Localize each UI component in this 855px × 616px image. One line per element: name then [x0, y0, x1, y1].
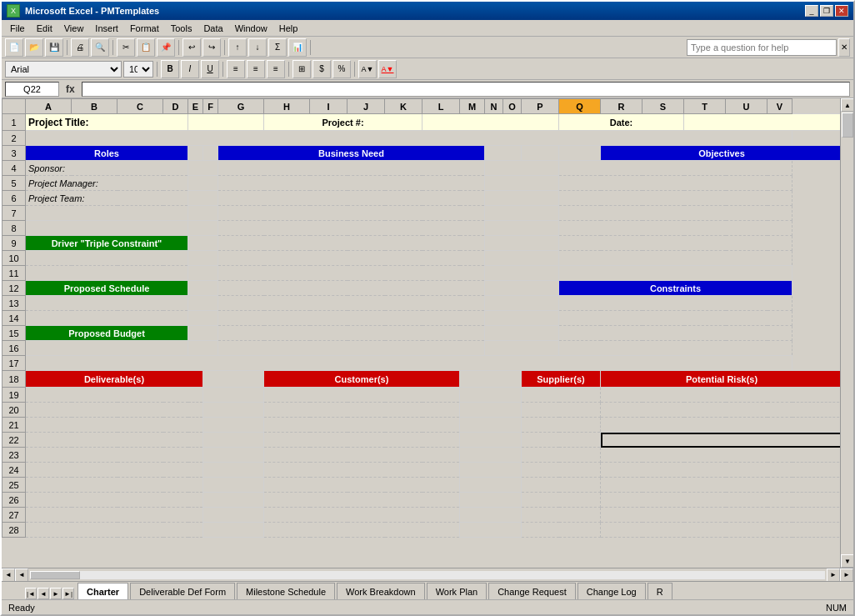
- menu-format[interactable]: Format: [125, 23, 164, 34]
- cell-constraints-14[interactable]: [559, 311, 792, 326]
- cell-deliv-23[interactable]: [26, 448, 203, 463]
- hscroll-right[interactable]: ►: [840, 568, 853, 582]
- cell-business-15[interactable]: [218, 326, 485, 341]
- cell-customers-header[interactable]: Customer(s): [264, 371, 460, 388]
- cell-business-8[interactable]: [218, 221, 485, 236]
- cell-L1[interactable]: [422, 114, 559, 131]
- tab-deliverable[interactable]: Deliverable Def Form: [130, 583, 235, 599]
- cell-business-11[interactable]: [218, 266, 485, 281]
- cell-deliv-28[interactable]: [26, 523, 203, 538]
- cell-A13[interactable]: [26, 296, 188, 311]
- cell-supp-20[interactable]: [522, 403, 601, 418]
- menu-insert[interactable]: Insert: [90, 23, 123, 34]
- formula-input[interactable]: [82, 82, 850, 97]
- cell-business-16[interactable]: [218, 341, 485, 356]
- cell-objectives-5[interactable]: [559, 176, 792, 191]
- merge-button[interactable]: ⊞: [292, 60, 311, 78]
- italic-button[interactable]: I: [181, 60, 199, 78]
- cell-business-10[interactable]: [218, 251, 485, 266]
- open-button[interactable]: 📂: [25, 38, 43, 57]
- cell-cust-28[interactable]: [264, 523, 460, 538]
- cell-H1[interactable]: Project #:: [264, 114, 422, 131]
- col-header-F[interactable]: F: [203, 99, 218, 114]
- font-selector[interactable]: Arial: [5, 61, 122, 78]
- cell-objectives-7[interactable]: [559, 206, 792, 221]
- tab-nav-last[interactable]: ►|: [62, 588, 74, 599]
- hscroll-left2[interactable]: ◄: [15, 568, 28, 582]
- cell-business-13[interactable]: [218, 296, 485, 311]
- cell-risk-19[interactable]: [601, 388, 843, 403]
- cell-risk-26[interactable]: [601, 493, 843, 508]
- currency-button[interactable]: $: [312, 60, 331, 78]
- col-header-K[interactable]: K: [385, 99, 422, 114]
- col-header-L[interactable]: L: [422, 99, 460, 114]
- cell-deliverables-header[interactable]: Deliverable(s): [26, 371, 203, 388]
- chart-button[interactable]: 📊: [288, 38, 307, 57]
- col-header-J[interactable]: J: [348, 99, 385, 114]
- align-center-button[interactable]: ≡: [247, 60, 265, 78]
- cell-driver[interactable]: Driver "Triple Constraint": [26, 236, 188, 251]
- paste-button[interactable]: 📌: [157, 38, 175, 57]
- cell-cust-19[interactable]: [264, 388, 460, 403]
- cell-supp-24[interactable]: [522, 463, 601, 478]
- col-header-N[interactable]: N: [485, 99, 503, 114]
- percent-button[interactable]: %: [332, 60, 351, 78]
- window-controls[interactable]: _ ❐ ✕: [805, 5, 848, 17]
- cell-risk-24[interactable]: [601, 463, 843, 478]
- cell-risk-28[interactable]: [601, 523, 843, 538]
- cell-supp-22[interactable]: [522, 433, 601, 448]
- sort-desc-button[interactable]: ↓: [248, 38, 267, 57]
- cell-business-14[interactable]: [218, 311, 485, 326]
- col-header-C[interactable]: C: [118, 99, 163, 114]
- col-header-U[interactable]: U: [726, 99, 768, 114]
- help-close[interactable]: ✕: [838, 38, 850, 57]
- cell-A16[interactable]: [26, 341, 188, 356]
- cell-risk-22-selected[interactable]: [601, 433, 843, 448]
- undo-button[interactable]: ↩: [182, 38, 201, 57]
- cell-constraints-13[interactable]: [559, 296, 792, 311]
- col-header-P[interactable]: P: [522, 99, 559, 114]
- hscroll-thumb[interactable]: [30, 571, 80, 579]
- underline-button[interactable]: U: [201, 60, 219, 78]
- menu-window[interactable]: Window: [230, 23, 272, 34]
- cell-supp-19[interactable]: [522, 388, 601, 403]
- col-header-V[interactable]: V: [768, 99, 792, 114]
- cell-risks-header[interactable]: Potential Risk(s): [601, 371, 843, 388]
- col-header-B[interactable]: B: [72, 99, 118, 114]
- close-button[interactable]: ✕: [835, 5, 848, 17]
- cell-deliv-25[interactable]: [26, 478, 203, 493]
- cell-A2[interactable]: [26, 131, 792, 146]
- tab-nav-first[interactable]: |◄: [25, 588, 37, 599]
- cell-risk-21[interactable]: [601, 418, 843, 433]
- copy-button[interactable]: 📋: [137, 38, 155, 57]
- cell-sponsor[interactable]: Sponsor:: [26, 161, 188, 176]
- cell-business-12[interactable]: [218, 281, 485, 296]
- save-button[interactable]: 💾: [45, 38, 63, 57]
- cell-cust-23[interactable]: [264, 448, 460, 463]
- cell-cust-20[interactable]: [264, 403, 460, 418]
- font-size-selector[interactable]: 10: [123, 61, 153, 78]
- cell-cust-25[interactable]: [264, 478, 460, 493]
- cell-A7[interactable]: [26, 206, 188, 221]
- menu-data[interactable]: Data: [198, 23, 228, 34]
- help-search[interactable]: [687, 39, 837, 56]
- cell-cust-27[interactable]: [264, 508, 460, 523]
- cell-business-4[interactable]: [218, 161, 485, 176]
- col-header-G[interactable]: G: [218, 99, 264, 114]
- col-header-S[interactable]: S: [642, 99, 684, 114]
- cell-T1[interactable]: [684, 114, 843, 131]
- cell-objectives-header[interactable]: Objectives: [601, 146, 843, 161]
- tab-milestone[interactable]: Milestone Schedule: [237, 583, 335, 599]
- cell-deliv-26[interactable]: [26, 493, 203, 508]
- cell-A11[interactable]: [26, 266, 188, 281]
- col-header-A[interactable]: A: [26, 99, 72, 114]
- restore-button[interactable]: ❐: [820, 5, 833, 17]
- cell-roles-header[interactable]: Roles: [26, 146, 188, 161]
- cell-objectives-9[interactable]: [559, 236, 792, 251]
- cell-deliv-27[interactable]: [26, 508, 203, 523]
- cell-cust-21[interactable]: [264, 418, 460, 433]
- menu-help[interactable]: Help: [274, 23, 303, 34]
- cell-business-6[interactable]: [218, 191, 485, 206]
- cell-A10[interactable]: [26, 251, 188, 266]
- cell-objectives-4[interactable]: [559, 161, 792, 176]
